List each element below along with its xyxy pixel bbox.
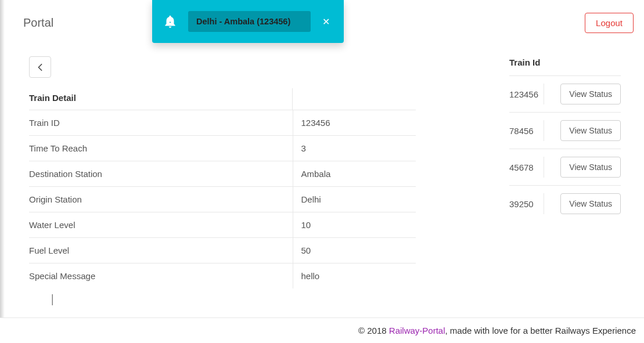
train-row: 45678View Status <box>509 149 621 186</box>
notification-message[interactable]: Delhi - Ambala (123456) <box>188 11 311 32</box>
detail-row: Train ID123456 <box>29 110 416 136</box>
detail-row: Time To Reach3 <box>29 136 416 161</box>
detail-label: Fuel Level <box>29 238 293 263</box>
train-list-heading: Train Id <box>509 56 621 76</box>
detail-label: Origin Station <box>29 187 293 212</box>
view-status-button[interactable]: View Status <box>560 157 621 178</box>
footer-copyright: © 2018 <box>358 326 389 335</box>
window-shadow <box>0 0 5 343</box>
train-detail-heading: Train Detail <box>29 88 416 110</box>
train-list-panel: Train Id 123456View Status78456View Stat… <box>509 56 621 306</box>
detail-value: hello <box>293 263 416 289</box>
detail-row: Fuel Level50 <box>29 238 416 263</box>
footer-link[interactable]: Railway-Portal <box>389 326 445 335</box>
back-button[interactable] <box>29 56 51 78</box>
detail-value: Delhi <box>293 187 416 212</box>
chevron-left-icon <box>37 63 43 71</box>
train-row: 123456View Status <box>509 76 621 113</box>
close-icon[interactable]: ✕ <box>319 13 333 31</box>
logout-button[interactable]: Logout <box>585 13 634 33</box>
view-status-button[interactable]: View Status <box>560 120 621 141</box>
train-detail-panel: Train Detail Train ID123456Time To Reach… <box>29 56 416 306</box>
bell-add-icon <box>163 14 178 29</box>
detail-label: Special Message <box>29 263 293 289</box>
train-id: 39250 <box>509 193 544 214</box>
train-id: 45678 <box>509 157 544 178</box>
train-row: 78456View Status <box>509 113 621 149</box>
train-id: 78456 <box>509 120 544 141</box>
train-detail-table: Train ID123456Time To Reach3Destination … <box>29 110 416 288</box>
text-cursor: | <box>51 291 416 306</box>
notification-toast: Delhi - Ambala (123456) ✕ <box>152 0 344 43</box>
detail-value: 10 <box>293 212 416 238</box>
detail-label: Time To Reach <box>29 136 293 161</box>
detail-row: Origin StationDelhi <box>29 187 416 212</box>
detail-label: Water Level <box>29 212 293 238</box>
detail-value: 50 <box>293 238 416 263</box>
footer: © 2018 Railway-Portal, made with love fo… <box>0 317 644 343</box>
train-id: 123456 <box>509 84 544 104</box>
detail-value: Ambala <box>293 161 416 187</box>
detail-value: 123456 <box>293 110 416 136</box>
detail-label: Train ID <box>29 110 293 136</box>
train-row: 39250View Status <box>509 186 621 222</box>
footer-tagline: , made with love for a better Railways E… <box>445 326 636 335</box>
detail-row: Destination StationAmbala <box>29 161 416 187</box>
view-status-button[interactable]: View Status <box>560 193 621 214</box>
portal-title: Portal <box>23 16 53 30</box>
main-content: Train Detail Train ID123456Time To Reach… <box>0 33 644 306</box>
view-status-button[interactable]: View Status <box>560 84 621 104</box>
detail-row: Special Messagehello <box>29 263 416 289</box>
detail-value: 3 <box>293 136 416 161</box>
detail-label: Destination Station <box>29 161 293 187</box>
detail-row: Water Level10 <box>29 212 416 238</box>
svg-rect-1 <box>168 19 172 20</box>
